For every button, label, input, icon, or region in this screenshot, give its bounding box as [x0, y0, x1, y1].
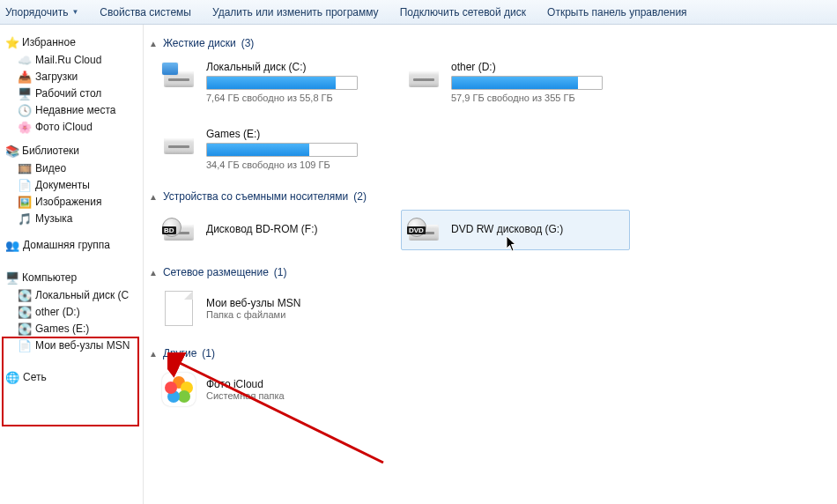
nav-item-label: Фото iCloud [35, 121, 93, 133]
toolbar-organize-label: Упорядочить [5, 6, 68, 19]
hdd-icon: 💽 [18, 322, 32, 336]
nav-item-mailru[interactable]: ☁️ Mail.Ru Cloud [5, 52, 143, 68]
computer-icon: 🖥️ [5, 271, 19, 285]
music-icon: 🎵 [18, 211, 32, 226]
desktop-icon: 🖥️ [18, 86, 32, 100]
drive-subtitle: 34,4 ГБ свободно из 109 ГБ [206, 159, 381, 170]
nav-item-video[interactable]: 🎞️ Видео [5, 160, 143, 176]
nav-group-computer[interactable]: 🖥️ Компьютер [5, 271, 143, 285]
drive-icon [405, 61, 444, 93]
section-count: (1) [274, 266, 287, 278]
star-icon: ⭐ [5, 35, 19, 49]
nav-item-downloads[interactable]: 📥 Загрузки [5, 69, 143, 85]
recent-icon: 🕓 [18, 103, 32, 117]
hdd-items: Локальный диск (C:) 7,64 ГБ свободно из … [156, 56, 830, 174]
dropdown-arrow-icon: ▼ [71, 8, 78, 16]
folder-title: Мои веб-узлы MSN [206, 297, 300, 309]
nav-item-documents[interactable]: 📄 Документы [5, 177, 143, 193]
nav-group-favorites[interactable]: ⭐ Избранное [5, 35, 143, 49]
toolbar-uninstall-program[interactable]: Удалить или изменить программу [212, 6, 379, 19]
nav-item-recent[interactable]: 🕓 Недавние места [5, 102, 143, 118]
section-title: Жесткие диски [163, 37, 236, 49]
section-netloc-header[interactable]: ▲ Сетевое размещение (1) [149, 266, 830, 278]
bd-tag: BD [162, 226, 176, 234]
dvd-tag: DVD [407, 226, 426, 234]
downloads-icon: 📥 [18, 70, 32, 84]
section-count: (3) [241, 37, 255, 49]
folder-title: Фото iCloud [206, 378, 285, 390]
nav-item-images[interactable]: 🖼️ Изображения [5, 194, 143, 210]
section-count: (1) [202, 347, 215, 359]
navigation-pane: ⭐ Избранное ☁️ Mail.Ru Cloud 📥 Загрузки … [0, 25, 144, 504]
section-title: Сетевое размещение [163, 266, 269, 278]
optical-drive-icon: BD [160, 214, 199, 246]
drive-title: other (D:) [451, 61, 626, 73]
capacity-bar [206, 143, 358, 157]
nav-item-label: Мои веб-узлы MSN [35, 339, 130, 352]
drive-d[interactable]: other (D:) 57,9 ГБ свободно из 355 ГБ [401, 56, 630, 107]
nav-item-msn[interactable]: 📄 Мои веб-узлы MSN [5, 337, 143, 353]
content-pane: ▲ Жесткие диски (3) Локальный диск (C:) … [144, 25, 837, 504]
collapse-triangle-icon: ▲ [149, 192, 158, 202]
section-hdd-header[interactable]: ▲ Жесткие диски (3) [149, 37, 830, 49]
network-icon: 🌐 [5, 370, 19, 384]
optical-drive-icon: DVD [405, 214, 444, 246]
photos-app-icon [160, 371, 197, 408]
homegroup-icon: 👥 [5, 238, 19, 252]
documents-icon: 📄 [18, 178, 32, 192]
nav-group-network[interactable]: 🌐 Сеть [5, 369, 143, 385]
capacity-bar [206, 76, 358, 90]
nav-homegroup-label: Домашняя группа [23, 239, 110, 251]
nav-item-label: Документы [35, 179, 90, 191]
nav-item-music[interactable]: 🎵 Музыка [5, 211, 143, 226]
drive-c[interactable]: Локальный диск (C:) 7,64 ГБ свободно из … [156, 56, 385, 107]
section-title: Устройства со съемными носителями [163, 190, 348, 203]
folder-msn[interactable]: Мои веб-узлы MSN Папка с файлами [156, 285, 385, 331]
drive-bd[interactable]: BD Дисковод BD-ROM (F:) [156, 210, 385, 250]
section-count: (2) [353, 190, 367, 203]
drive-subtitle: 7,64 ГБ свободно из 55,8 ГБ [206, 93, 381, 103]
folder-icloud-photos[interactable]: Фото iCloud Системная папка [156, 367, 385, 412]
nav-item-label: other (D:) [35, 306, 80, 318]
hdd-icon: 💽 [18, 288, 32, 302]
nav-item-label: Видео [35, 162, 66, 174]
drive-title: Дисковод BD-ROM (F:) [206, 223, 381, 235]
nav-item-drive-c[interactable]: 💽 Локальный диск (C [5, 287, 143, 303]
toolbar-organize[interactable]: Упорядочить ▼ [5, 6, 78, 19]
toolbar-system-properties[interactable]: Свойства системы [100, 6, 191, 19]
section-other-header[interactable]: ▲ Другие (1) [149, 347, 830, 359]
nav-item-label: Локальный диск (C [35, 289, 129, 301]
toolbar-open-control-panel[interactable]: Открыть панель управления [547, 6, 687, 19]
nav-item-label: Недавние места [35, 104, 115, 116]
section-title: Другие [163, 347, 196, 359]
folder-subtitle: Системная папка [206, 390, 285, 401]
nav-network-label: Сеть [23, 371, 47, 383]
nav-item-label: Музыка [35, 212, 72, 225]
drive-e[interactable]: Games (E:) 34,4 ГБ свободно из 109 ГБ [156, 123, 385, 174]
drive-icon [160, 61, 199, 93]
nav-group-libraries[interactable]: 📚 Библиотеки [5, 144, 143, 158]
nav-item-desktop[interactable]: 🖥️ Рабочий стол [5, 85, 143, 101]
cursor-icon [506, 235, 518, 253]
nav-favorites-label: Избранное [22, 36, 76, 48]
nav-computer-label: Компьютер [22, 271, 77, 284]
capacity-bar [451, 76, 603, 90]
toolbar-map-network-drive[interactable]: Подключить сетевой диск [400, 6, 526, 19]
cloud-icon: ☁️ [18, 53, 32, 67]
toolbar: Упорядочить ▼ Свойства системы Удалить и… [0, 0, 837, 25]
drive-dvd[interactable]: DVD DVD RW дисковод (G:) [401, 210, 630, 250]
nav-group-homegroup[interactable]: 👥 Домашняя группа [5, 237, 143, 253]
libraries-icon: 📚 [5, 144, 19, 158]
nav-libraries-label: Библиотеки [22, 145, 79, 157]
nav-item-icloud-photos[interactable]: 🌸 Фото iCloud [5, 119, 143, 135]
images-icon: 🖼️ [18, 195, 32, 209]
nav-item-label: Games (E:) [35, 322, 89, 335]
section-removable-header[interactable]: ▲ Устройства со съемными носителями (2) [149, 190, 830, 203]
nav-item-label: Загрузки [35, 70, 78, 83]
other-items: Фото iCloud Системная папка [156, 367, 830, 412]
document-icon [160, 290, 197, 327]
nav-item-label: Изображения [35, 196, 101, 208]
page-icon: 📄 [18, 338, 32, 352]
nav-item-drive-d[interactable]: 💽 other (D:) [5, 304, 143, 320]
nav-item-drive-e[interactable]: 💽 Games (E:) [5, 321, 143, 337]
